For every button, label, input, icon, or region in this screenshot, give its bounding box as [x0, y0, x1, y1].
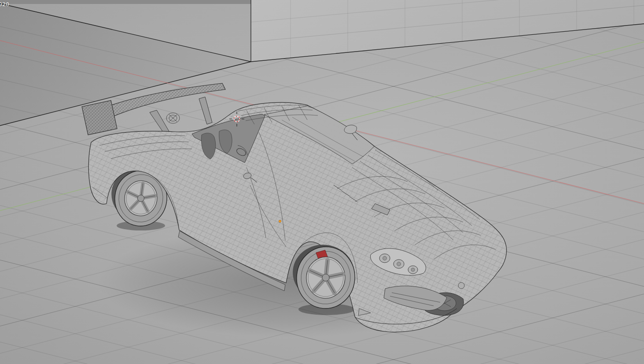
viewport-canvas[interactable] — [0, 0, 644, 364]
frame-label: 020 — [0, 1, 9, 7]
wall-top-strip — [0, 0, 251, 4]
object-origin[interactable] — [279, 220, 281, 222]
3d-viewport[interactable]: 020 — [0, 0, 644, 364]
fog-light — [458, 282, 464, 289]
